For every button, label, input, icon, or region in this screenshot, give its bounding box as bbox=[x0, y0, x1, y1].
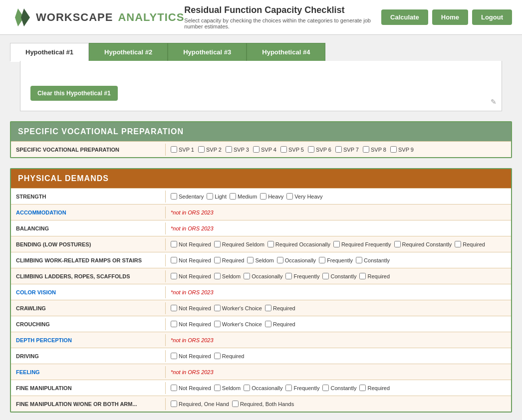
table-row: DEPTH PERCEPTION*not in ORS 2023 bbox=[11, 332, 511, 348]
svp-option-SVP6[interactable]: SVP 6 bbox=[308, 146, 331, 153]
checkbox-required[interactable]: Required bbox=[359, 385, 390, 391]
checkbox-seldom[interactable]: Seldom bbox=[214, 273, 241, 279]
checkbox-not-required[interactable]: Not Required bbox=[171, 353, 211, 359]
checkbox-required[interactable]: Required bbox=[359, 273, 390, 279]
row-label: FINE MANIPULATION bbox=[11, 382, 166, 394]
checkbox-worker-s-choice[interactable]: Worker's Choice bbox=[214, 321, 262, 327]
checkbox-sedentary[interactable]: Sedentary bbox=[171, 193, 204, 200]
physical-rows: STRENGTHSedentaryLightMediumHeavyVery He… bbox=[11, 188, 511, 412]
table-row: BALANCING*not in ORS 2023 bbox=[11, 220, 511, 236]
table-row: FEELING*not in ORS 2023 bbox=[11, 364, 511, 380]
physical-section-header: PHYSICAL DEMANDS bbox=[11, 169, 511, 188]
checkbox-constantly[interactable]: Constantly bbox=[322, 273, 356, 279]
checkbox-required[interactable]: Required bbox=[265, 321, 295, 327]
page-subtitle: Select capacity by checking the choices … bbox=[184, 17, 381, 29]
checkbox-worker-s-choice[interactable]: Worker's Choice bbox=[214, 305, 262, 311]
svp-row-label: SPECIFIC VOCATIONAL PREPARATION bbox=[11, 144, 166, 156]
row-label: STRENGTH bbox=[11, 191, 166, 203]
table-row: FINE MANIPULATIONNot RequiredSeldomOccas… bbox=[11, 380, 511, 396]
checkbox-not-required[interactable]: Not Required bbox=[171, 321, 211, 327]
row-label: DEPTH PERCEPTION bbox=[11, 334, 166, 346]
row-label: FEELING bbox=[11, 366, 166, 378]
tab-hypothetical-4[interactable]: Hypothetical #4 bbox=[247, 43, 325, 61]
svp-option-SVP8[interactable]: SVP 8 bbox=[363, 146, 386, 153]
home-button[interactable]: Home bbox=[432, 9, 468, 25]
checkbox-frequently[interactable]: Frequently bbox=[285, 385, 319, 391]
checkbox-not-required[interactable]: Not Required bbox=[171, 273, 211, 279]
table-row: COLOR VISION*not in ORS 2023 bbox=[11, 284, 511, 300]
tab-hypothetical-2[interactable]: Hypothetical #2 bbox=[89, 43, 168, 61]
checkbox-occasionally[interactable]: Occasionally bbox=[244, 273, 282, 279]
checkbox-constantly[interactable]: Constantly bbox=[322, 385, 356, 391]
tab-hypothetical-3[interactable]: Hypothetical #3 bbox=[168, 43, 247, 61]
svp-option-SVP7[interactable]: SVP 7 bbox=[335, 146, 359, 153]
table-row: CLIMBING LADDERS, ROPES, SCAFFOLDSNot Re… bbox=[11, 268, 511, 284]
table-row: CROUCHINGNot RequiredWorker's ChoiceRequ… bbox=[11, 316, 511, 332]
row-label: BENDING (LOW POSTURES) bbox=[11, 238, 166, 250]
not-in-ors-text: *not in ORS 2023 bbox=[171, 210, 214, 215]
checkbox-required[interactable]: Required bbox=[265, 305, 295, 311]
checkbox-occasionally[interactable]: Occasionally bbox=[244, 385, 282, 391]
checkbox-occasionally[interactable]: Occasionally bbox=[277, 257, 316, 263]
checkbox-required-seldom[interactable]: Required Seldom bbox=[214, 241, 264, 247]
checkbox-required--one-hand[interactable]: Required, One Hand bbox=[171, 401, 229, 407]
tabs-area: Hypothetical #1Hypothetical #2Hypothetic… bbox=[0, 35, 522, 111]
checkbox-seldom[interactable]: Seldom bbox=[214, 385, 241, 391]
checkbox-medium[interactable]: Medium bbox=[230, 193, 257, 200]
not-in-ors-text: *not in ORS 2023 bbox=[171, 289, 214, 295]
table-row: FINE MANIPULATION W/ONE OR BOTH ARM...Re… bbox=[11, 396, 511, 412]
checkbox-required-occasionally[interactable]: Required Occasionally bbox=[267, 241, 330, 247]
checkbox-required--both-hands[interactable]: Required, Both Hands bbox=[232, 401, 294, 407]
table-row: CLIMBING WORK-RELATED RAMPS OR STAIRSNot… bbox=[11, 252, 511, 268]
checkbox-required[interactable]: Required bbox=[214, 257, 245, 263]
svp-option-SVP4[interactable]: SVP 4 bbox=[253, 146, 276, 153]
svp-section-header: SPECIFIC VOCATIONAL PREPARATION bbox=[11, 122, 511, 141]
table-row: DRIVINGNot RequiredRequired bbox=[11, 348, 511, 364]
svp-option-SVP1[interactable]: SVP 1 bbox=[171, 146, 194, 153]
checkbox-constantly[interactable]: Constantly bbox=[356, 257, 390, 263]
row-label: CROUCHING bbox=[11, 318, 166, 330]
logo-text-left: WORKSCAPE bbox=[36, 11, 113, 24]
row-label: CLIMBING WORK-RELATED RAMPS OR STAIRS bbox=[11, 254, 166, 266]
checkbox-seldom[interactable]: Seldom bbox=[247, 257, 273, 263]
row-label: FINE MANIPULATION W/ONE OR BOTH ARM... bbox=[11, 398, 166, 410]
checkbox-required-constantly[interactable]: Required Constantly bbox=[394, 241, 452, 247]
checkbox-not-required[interactable]: Not Required bbox=[171, 305, 211, 311]
checkbox-frequently[interactable]: Frequently bbox=[285, 273, 319, 279]
logout-button[interactable]: Logout bbox=[472, 9, 512, 25]
edit-icon[interactable]: ✎ bbox=[491, 98, 497, 106]
checkbox-light[interactable]: Light bbox=[207, 193, 227, 200]
hypothetical-content: ✎ Clear this Hypothetical #1 bbox=[20, 61, 502, 111]
svp-option-SVP2[interactable]: SVP 2 bbox=[198, 146, 222, 153]
not-in-ors-text: *not in ORS 2023 bbox=[171, 337, 214, 343]
physical-section: PHYSICAL DEMANDS STRENGTHSedentaryLightM… bbox=[10, 168, 512, 413]
not-in-ors-text: *not in ORS 2023 bbox=[171, 369, 214, 375]
checkbox-required[interactable]: Required bbox=[214, 353, 245, 359]
header-buttons: Calculate Home Logout bbox=[381, 9, 512, 25]
svp-section: SPECIFIC VOCATIONAL PREPARATION SPECIFIC… bbox=[10, 121, 512, 158]
row-label: CRAWLING bbox=[11, 302, 166, 314]
clear-hypothetical-button[interactable]: Clear this Hypothetical #1 bbox=[30, 86, 118, 101]
svp-option-SVP3[interactable]: SVP 3 bbox=[226, 146, 249, 153]
table-row: ACCOMMODATION*not in ORS 2023 bbox=[11, 204, 511, 220]
row-label: ACCOMMODATION bbox=[11, 207, 166, 218]
checkbox-required-frequently[interactable]: Required Frequently bbox=[333, 241, 391, 247]
tab-hypothetical-1[interactable]: Hypothetical #1 bbox=[10, 43, 89, 62]
row-label: BALANCING bbox=[11, 222, 166, 234]
checkbox-not-required[interactable]: Not Required bbox=[171, 385, 211, 391]
logo-text-right: ANALYTICS bbox=[118, 11, 184, 24]
app-header: WORKSCAPE ANALYTICS Residual Function Ca… bbox=[0, 0, 522, 35]
tabs-row: Hypothetical #1Hypothetical #2Hypothetic… bbox=[10, 43, 512, 61]
checkbox-required[interactable]: Required bbox=[455, 241, 485, 247]
calculate-button[interactable]: Calculate bbox=[381, 9, 428, 25]
checkbox-not-required[interactable]: Not Required bbox=[171, 241, 211, 247]
checkbox-very-heavy[interactable]: Very Heavy bbox=[286, 193, 322, 200]
svp-option-SVP9[interactable]: SVP 9 bbox=[390, 146, 414, 153]
svp-row: SPECIFIC VOCATIONAL PREPARATION SVP 1SVP… bbox=[11, 141, 511, 157]
checkbox-heavy[interactable]: Heavy bbox=[260, 193, 283, 200]
logo: WORKSCAPE ANALYTICS bbox=[10, 6, 184, 28]
row-label: CLIMBING LADDERS, ROPES, SCAFFOLDS bbox=[11, 270, 166, 282]
svp-option-SVP5[interactable]: SVP 5 bbox=[280, 146, 304, 153]
checkbox-not-required[interactable]: Not Required bbox=[171, 257, 211, 263]
checkbox-frequently[interactable]: Frequently bbox=[319, 257, 353, 263]
